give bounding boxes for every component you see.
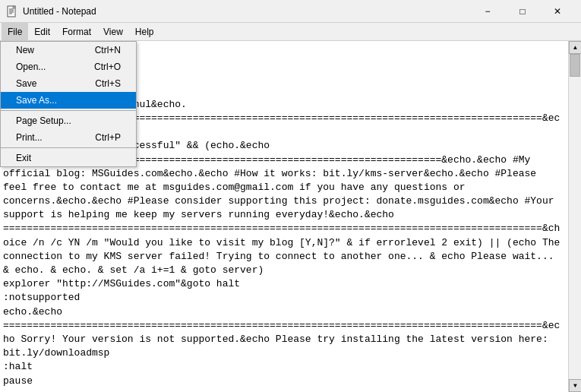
menu-open-label: Open... [16,62,46,72]
menu-page-setup-label: Page Setup... [16,115,71,126]
vertical-scrollbar: ▲ ▼ [568,41,581,392]
menu-exit-label: Exit [16,153,31,163]
title-bar: Untitled - Notepad − □ ✕ [0,0,581,23]
menu-edit[interactable]: Edit [28,23,56,40]
scroll-up-button[interactable]: ▲ [569,41,581,54]
menu-help[interactable]: Help [129,23,160,40]
separator-1 [1,110,136,111]
scrollbar-thumb[interactable] [570,54,580,77]
menu-save-as-label: Save As... [16,95,57,106]
app-icon [6,5,18,17]
svg-rect-1 [13,6,15,8]
menu-save-shortcut: Ctrl+S [95,78,121,89]
menu-open-shortcut: Ctrl+O [94,62,121,72]
menu-open[interactable]: Open... Ctrl+O [1,58,136,75]
close-button[interactable]: ✕ [540,0,575,23]
menu-print-shortcut: Ctrl+P [95,132,121,143]
menu-new[interactable]: New Ctrl+N [1,42,136,58]
menu-save-as[interactable]: Save As... [1,92,136,109]
scrollbar-track[interactable] [569,54,581,379]
separator-2 [1,147,136,148]
file-dropdown: New Ctrl+N Open... Ctrl+O Save Ctrl+S Sa… [0,41,137,167]
menu-page-setup[interactable]: Page Setup... [1,112,136,129]
menu-format[interactable]: Format [56,23,97,40]
menu-exit[interactable]: Exit [1,150,136,166]
minimize-button[interactable]: − [470,0,505,23]
menu-new-label: New [16,45,34,55]
menu-file[interactable]: File [2,23,28,40]
menu-new-shortcut: Ctrl+N [95,45,121,55]
menu-print-label: Print... [16,132,43,143]
scroll-down-button[interactable]: ▼ [569,379,581,392]
window-controls: − □ ✕ [470,0,575,23]
menu-save[interactable]: Save Ctrl+S [1,75,136,92]
menu-bar: File Edit Format View Help New Ctrl+N Op… [0,23,581,41]
menu-print[interactable]: Print... Ctrl+P [1,129,136,146]
menu-view[interactable]: View [97,23,129,40]
maximize-button[interactable]: □ [505,0,540,23]
menu-save-label: Save [16,78,36,89]
window-title: Untitled - Notepad [23,6,470,17]
